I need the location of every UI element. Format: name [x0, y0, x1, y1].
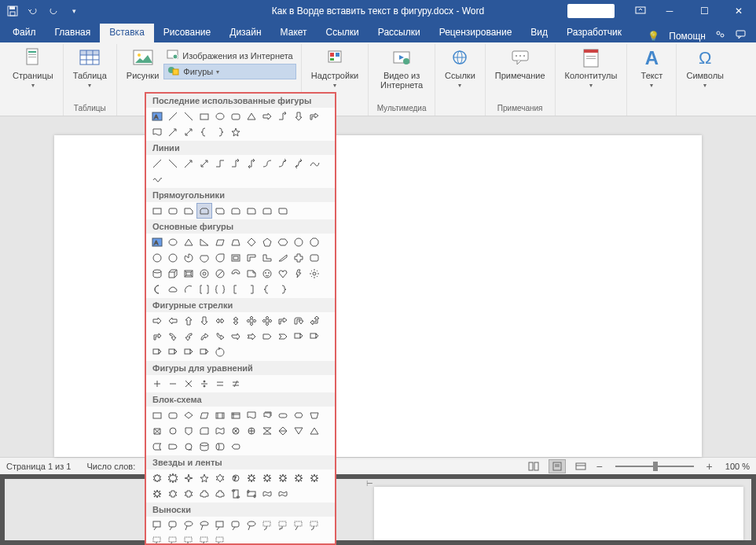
- shape-item[interactable]: [291, 266, 306, 282]
- shape-item[interactable]: [212, 344, 228, 360]
- shape-item[interactable]: [259, 486, 275, 502]
- tell-me-icon[interactable]: 💡: [648, 31, 659, 42]
- shape-item[interactable]: [244, 109, 259, 124]
- read-mode-button[interactable]: [525, 459, 542, 473]
- shape-item[interactable]: [196, 282, 212, 297]
- addins-button[interactable]: Надстройки ▾: [306, 46, 363, 90]
- shape-item[interactable]: [181, 439, 196, 455]
- shape-item[interactable]: [275, 423, 291, 439]
- shape-item[interactable]: [196, 470, 212, 486]
- shape-item[interactable]: [244, 156, 259, 171]
- shape-item[interactable]: [228, 329, 244, 344]
- comment-button[interactable]: Примечание: [490, 46, 550, 82]
- shape-item[interactable]: [165, 313, 181, 329]
- shape-item[interactable]: [165, 109, 181, 124]
- shape-item[interactable]: [244, 470, 259, 486]
- shape-item[interactable]: [196, 250, 212, 266]
- shape-item[interactable]: [306, 156, 322, 171]
- shape-item[interactable]: [212, 423, 228, 439]
- zoom-slider[interactable]: [615, 466, 694, 467]
- shape-item[interactable]: [228, 313, 244, 329]
- shapes-button[interactable]: Фигуры ▾: [163, 64, 295, 79]
- tab-view[interactable]: Вид: [521, 24, 557, 42]
- shape-item[interactable]: [228, 376, 244, 392]
- tab-draw[interactable]: Рисование: [154, 24, 220, 42]
- shape-item[interactable]: [149, 250, 165, 266]
- links-button[interactable]: Ссылки ▾: [440, 46, 480, 90]
- shape-item[interactable]: [181, 407, 196, 423]
- shape-item[interactable]: [259, 109, 275, 124]
- shape-item[interactable]: [149, 156, 165, 171]
- shape-item[interactable]: [259, 234, 275, 250]
- shape-item[interactable]: [212, 266, 228, 282]
- shape-item[interactable]: [149, 486, 165, 502]
- shape-item[interactable]: [181, 517, 196, 533]
- shape-item[interactable]: [228, 407, 244, 423]
- shape-item[interactable]: [259, 407, 275, 423]
- shape-item[interactable]: [306, 313, 322, 329]
- shape-item[interactable]: [165, 282, 181, 297]
- symbols-button[interactable]: Ω Символы ▾: [681, 46, 728, 90]
- comments-icon[interactable]: [736, 29, 747, 42]
- shape-item[interactable]: [228, 156, 244, 171]
- shape-item[interactable]: [259, 282, 275, 297]
- shape-item[interactable]: A: [149, 234, 165, 250]
- table-button[interactable]: Таблица ▾: [68, 46, 112, 90]
- shape-item[interactable]: [275, 203, 291, 219]
- shape-item[interactable]: [181, 329, 196, 344]
- shape-item[interactable]: [165, 266, 181, 282]
- shape-item[interactable]: [306, 266, 322, 282]
- shape-item[interactable]: [196, 313, 212, 329]
- shape-item[interactable]: [291, 156, 306, 171]
- shape-item[interactable]: [275, 156, 291, 171]
- shape-item[interactable]: [306, 234, 322, 250]
- shape-item[interactable]: [228, 486, 244, 502]
- tab-layout[interactable]: Макет: [271, 24, 317, 42]
- shape-item[interactable]: [306, 250, 322, 266]
- shape-item[interactable]: [259, 250, 275, 266]
- shape-item[interactable]: [212, 156, 228, 171]
- shape-item[interactable]: [149, 423, 165, 439]
- shape-item[interactable]: [165, 329, 181, 344]
- shape-item[interactable]: [165, 517, 181, 533]
- shape-item[interactable]: [149, 439, 165, 455]
- shape-item[interactable]: [212, 486, 228, 502]
- shape-item[interactable]: [165, 156, 181, 171]
- shape-item[interactable]: [196, 517, 212, 533]
- shape-item[interactable]: [196, 109, 212, 124]
- share-icon[interactable]: [715, 29, 726, 42]
- shape-item[interactable]: [165, 407, 181, 423]
- shape-item[interactable]: [149, 171, 165, 187]
- shape-item[interactable]: [212, 250, 228, 266]
- shape-item[interactable]: [149, 376, 165, 392]
- shape-item[interactable]: [149, 282, 165, 297]
- shape-item[interactable]: [165, 203, 181, 219]
- shape-item[interactable]: [244, 423, 259, 439]
- shape-item[interactable]: [196, 486, 212, 502]
- close-button[interactable]: ✕: [721, 0, 756, 22]
- shape-item[interactable]: [228, 282, 244, 297]
- shape-item[interactable]: [259, 156, 275, 171]
- shape-item[interactable]: [259, 517, 275, 533]
- shape-item[interactable]: [149, 407, 165, 423]
- ribbon-display-options[interactable]: [635, 5, 646, 18]
- maximize-button[interactable]: ☐: [687, 0, 721, 22]
- shape-item[interactable]: [196, 156, 212, 171]
- shape-item[interactable]: [212, 407, 228, 423]
- shape-item[interactable]: [165, 344, 181, 360]
- shape-item[interactable]: [181, 109, 196, 124]
- shape-item[interactable]: [291, 329, 306, 344]
- shape-item[interactable]: [196, 376, 212, 392]
- shape-item[interactable]: [275, 266, 291, 282]
- pages-button[interactable]: Страницы ▾: [8, 46, 58, 90]
- shape-item[interactable]: [291, 470, 306, 486]
- tab-home[interactable]: Главная: [46, 24, 101, 42]
- shape-item[interactable]: [165, 376, 181, 392]
- shape-item[interactable]: [244, 266, 259, 282]
- shape-item[interactable]: [181, 156, 196, 171]
- online-video-button[interactable]: Видео из Интернета: [373, 46, 430, 91]
- shape-item[interactable]: [291, 423, 306, 439]
- shape-item[interactable]: [212, 533, 228, 545]
- shape-item[interactable]: [275, 470, 291, 486]
- shape-item[interactable]: [275, 282, 291, 297]
